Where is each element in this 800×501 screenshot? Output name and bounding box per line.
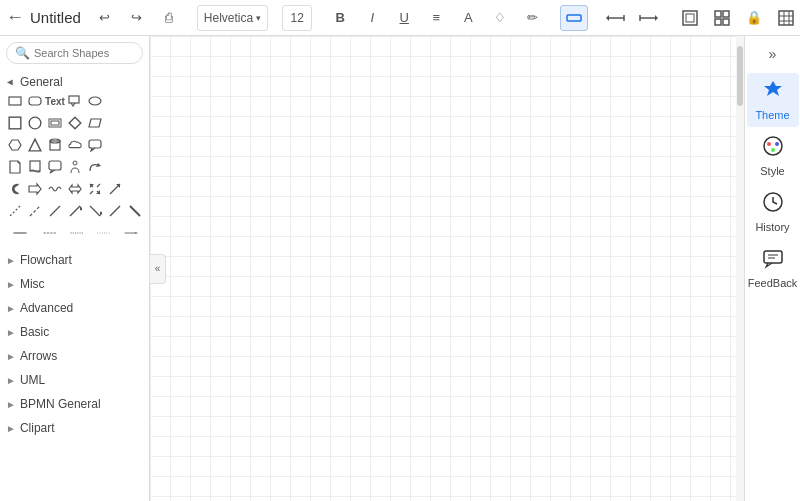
shape-double-rect[interactable]: [46, 114, 64, 132]
font-size-input[interactable]: [282, 5, 312, 31]
table-button[interactable]: [772, 5, 800, 31]
font-family-select[interactable]: Helvetica ▾: [197, 5, 268, 31]
fill-button[interactable]: ♢: [486, 5, 514, 31]
shape-square[interactable]: [6, 114, 24, 132]
scrollbar-thumb[interactable]: [737, 46, 743, 106]
canvas-area[interactable]: «: [150, 36, 744, 501]
shape-circle[interactable]: [26, 114, 44, 132]
vertical-scrollbar[interactable]: [736, 36, 744, 501]
shape-callout[interactable]: [86, 136, 104, 154]
category-bpmn[interactable]: ► BPMN General: [6, 392, 143, 416]
line-dashed1[interactable]: [38, 224, 62, 242]
align-button[interactable]: ≡: [422, 5, 450, 31]
shape-speech[interactable]: [46, 158, 64, 176]
svg-rect-7: [683, 11, 697, 25]
shape-crescent[interactable]: [6, 180, 24, 198]
extra-button-1[interactable]: [708, 5, 736, 31]
shape-line-diag2[interactable]: [26, 202, 44, 220]
italic-button[interactable]: I: [358, 5, 386, 31]
lock-button[interactable]: 🔒: [740, 5, 768, 31]
arrow-right-button[interactable]: [634, 5, 662, 31]
collapse-panel-button[interactable]: «: [150, 254, 166, 284]
shape-parallelogram[interactable]: [86, 114, 104, 132]
back-icon[interactable]: ←: [6, 7, 24, 28]
right-panel-feedback[interactable]: FeedBack: [747, 241, 799, 295]
category-uml[interactable]: ► UML: [6, 368, 143, 392]
page-title: Untitled: [30, 9, 81, 26]
shape-label[interactable]: [66, 92, 84, 110]
line-dashed2[interactable]: [65, 224, 89, 242]
shape-cylinder[interactable]: [46, 136, 64, 154]
search-input[interactable]: [34, 47, 134, 59]
shape-empty-3: [106, 114, 124, 132]
line-arrow[interactable]: [119, 224, 143, 242]
shape-line-diag3[interactable]: [46, 202, 64, 220]
category-advanced[interactable]: ► Advanced: [6, 296, 143, 320]
print-button[interactable]: ⎙: [155, 5, 183, 31]
shape-line-diag4[interactable]: [66, 202, 84, 220]
shape-text[interactable]: Text: [46, 92, 64, 110]
shape-empty-9: [126, 180, 144, 198]
right-panel-theme[interactable]: Theme: [747, 73, 799, 127]
svg-line-49: [90, 206, 100, 216]
shape-expand[interactable]: [86, 180, 104, 198]
category-flowchart[interactable]: ► Flowchart: [6, 248, 143, 272]
category-general[interactable]: ▼ General: [6, 70, 143, 92]
shape-hexagon[interactable]: [6, 136, 24, 154]
shape-empty-7: [106, 158, 124, 176]
misc-arrow: ►: [6, 279, 16, 290]
style-label: Style: [760, 165, 784, 177]
svg-rect-10: [723, 11, 729, 17]
style-icon: [762, 135, 784, 162]
shape-double-arrow[interactable]: [66, 180, 84, 198]
shape-person[interactable]: [66, 158, 84, 176]
right-panel-history[interactable]: History: [747, 185, 799, 239]
shape-line-diag1[interactable]: [6, 202, 24, 220]
shape-triangle[interactable]: [26, 136, 44, 154]
search-box[interactable]: 🔍: [6, 42, 143, 64]
bold-button[interactable]: B: [326, 5, 354, 31]
shape-line-diag7[interactable]: [126, 202, 144, 220]
search-icon: 🔍: [15, 46, 30, 60]
shape-cloud[interactable]: [66, 136, 84, 154]
svg-marker-26: [69, 117, 81, 129]
category-clipart[interactable]: ► Clipart: [6, 416, 143, 440]
shape-ellipse[interactable]: [86, 92, 104, 110]
undo-button[interactable]: ↩: [91, 5, 119, 31]
right-panel-style[interactable]: Style: [747, 129, 799, 183]
shape-curved-arrow[interactable]: [86, 158, 104, 176]
shape-arrow-box[interactable]: [26, 180, 44, 198]
shape-diagonal[interactable]: [106, 180, 124, 198]
svg-rect-64: [764, 251, 782, 263]
shape-note[interactable]: [6, 158, 24, 176]
category-arrows[interactable]: ► Arrows: [6, 344, 143, 368]
line-solid[interactable]: [6, 224, 35, 242]
svg-rect-35: [49, 161, 61, 170]
connection-style-button[interactable]: [560, 5, 588, 31]
shape-diamond[interactable]: [66, 114, 84, 132]
line-dotted[interactable]: [92, 224, 116, 242]
stroke-button[interactable]: ✏: [518, 5, 546, 31]
shape-line-diag5[interactable]: [86, 202, 104, 220]
svg-point-23: [29, 117, 41, 129]
category-misc[interactable]: ► Misc: [6, 272, 143, 296]
redo-button[interactable]: ↪: [123, 5, 151, 31]
shape-rounded-rect[interactable]: [26, 92, 44, 110]
shape-line-diag6[interactable]: [106, 202, 124, 220]
shape-wavy[interactable]: [46, 180, 64, 198]
svg-point-61: [775, 142, 779, 146]
shape-document[interactable]: [26, 158, 44, 176]
shape-rectangle[interactable]: [6, 92, 24, 110]
svg-rect-13: [779, 11, 793, 25]
svg-rect-11: [715, 19, 721, 25]
frame-button[interactable]: [676, 5, 704, 31]
underline-button[interactable]: U: [390, 5, 418, 31]
arrow-left-button[interactable]: [602, 5, 630, 31]
text-color-button[interactable]: A: [454, 5, 482, 31]
right-expand-button[interactable]: »: [755, 40, 791, 68]
bpmn-arrow: ►: [6, 399, 16, 410]
shapes-row-3: [6, 136, 143, 154]
svg-rect-18: [9, 97, 21, 105]
svg-point-62: [771, 148, 775, 152]
category-basic[interactable]: ► Basic: [6, 320, 143, 344]
